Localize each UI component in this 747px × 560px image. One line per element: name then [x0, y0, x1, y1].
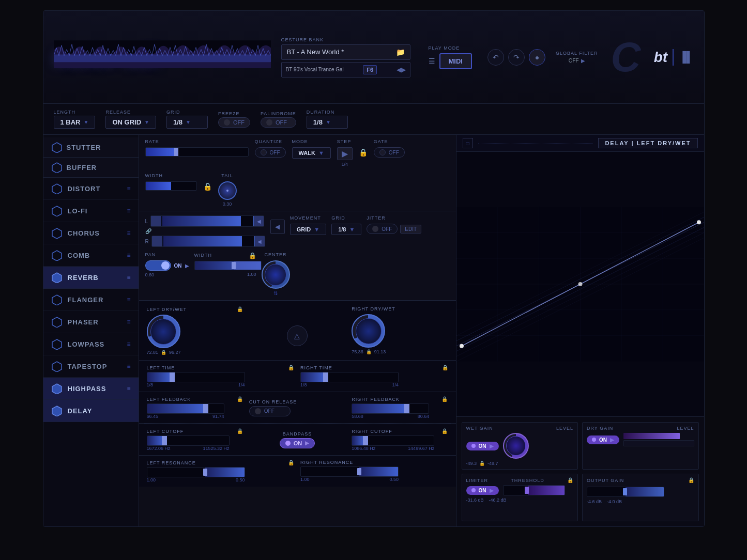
global-filter-toggle[interactable]: OFF ▶ [569, 58, 585, 64]
jitter-edit-btn[interactable]: EDIT [400, 225, 421, 234]
tail-knob[interactable] [218, 181, 237, 200]
cut-on-release-toggle[interactable]: OFF [249, 406, 291, 416]
sidebar-item-phaser[interactable]: PHASER ≡ [43, 311, 139, 333]
sidebar-item-delay[interactable]: DELAY [43, 400, 139, 422]
gate-label: Gate [374, 139, 405, 144]
sidebar-item-tapestop[interactable]: TAPESTOP ≡ [43, 355, 139, 378]
buffer-arrow-icon: ◀ [275, 223, 280, 230]
length-value[interactable]: 1 BAR ▼ [54, 116, 96, 129]
center-knob[interactable] [262, 260, 290, 289]
midi-button[interactable]: MIDI [439, 53, 472, 69]
sidebar-item-distort[interactable]: DISTORT ≡ [43, 178, 139, 200]
wet-level-knob[interactable] [503, 433, 529, 459]
wet-gain-on-btn[interactable]: ON ▶ [466, 442, 499, 450]
threshold-val2: -46.2 dB [489, 497, 507, 503]
svg-marker-2 [52, 143, 62, 153]
jitter-toggle[interactable]: OFF [367, 224, 398, 234]
step-badge[interactable]: ▶ [337, 147, 353, 160]
left-resonance-slider[interactable] [147, 467, 245, 477]
mode-value[interactable]: WALK ▼ [292, 147, 331, 159]
limiter-indicator [471, 488, 476, 492]
release-value[interactable]: ON GRID ▼ [105, 116, 156, 129]
dry-gain-on-label: ON [599, 437, 607, 443]
limiter-on-btn[interactable]: ON ▶ [466, 486, 499, 495]
step-icon: ▶ [342, 149, 348, 159]
left-cutoff-label: Left Cutoff [147, 429, 184, 434]
right-cutoff-slider[interactable] [352, 435, 434, 446]
left-resonance-group: Left Resonance 🔒 1.00 0.50 [147, 460, 295, 483]
right-time-slider[interactable] [300, 372, 399, 382]
left-drywet-knob[interactable] [147, 315, 180, 348]
quantize-toggle[interactable]: OFF [255, 147, 286, 158]
svg-marker-3 [52, 163, 62, 173]
bt-logo: bt [654, 49, 674, 66]
left-time-slider[interactable] [147, 372, 245, 382]
undo-button[interactable]: ↶ [487, 49, 504, 66]
delay-hex-icon [51, 405, 63, 416]
nav-arrows[interactable]: ◀▶ [397, 66, 406, 73]
threshold-slider[interactable] [503, 485, 565, 495]
freeze-toggle[interactable]: OFF [218, 117, 250, 128]
sidebar-item-reverb[interactable]: REVERB ≡ [43, 267, 139, 289]
duration-value[interactable]: 1/8 ▼ [307, 116, 348, 129]
right-drywet-knob[interactable] [352, 314, 385, 348]
lock-icon-stutter: 🔒 [359, 148, 368, 157]
sidebar-item-lowpass[interactable]: LOWPASS ≡ [43, 333, 139, 355]
gate-toggle[interactable]: OFF [374, 147, 405, 158]
sidebar-item-flanger[interactable]: FLANGER ≡ [43, 289, 139, 311]
folder-icon[interactable]: 📁 [396, 48, 405, 56]
threshold-val1: -31.6 dB [466, 497, 484, 503]
buffer-arrow-btn[interactable]: ◀ [270, 220, 285, 234]
quantize-value: OFF [270, 150, 280, 155]
link-drywet-btn[interactable]: △ [287, 325, 308, 346]
dry-gain-on-btn[interactable]: ON ▶ [587, 435, 619, 444]
buffer-l-slider[interactable]: ◀ [150, 215, 264, 227]
width-buffer-slider[interactable] [194, 261, 262, 270]
left-feedback-slider[interactable] [147, 403, 224, 414]
movement-value[interactable]: GRID ▼ [290, 224, 326, 235]
bandpass-toggle[interactable]: ON ▶ [280, 438, 315, 448]
grid-label: Grid [166, 110, 208, 115]
delay-header: □ DELAY | LEFT DRY/WET [456, 135, 704, 152]
threshold-thumb [525, 487, 529, 494]
dry-level-bar [623, 433, 680, 439]
settings-button[interactable]: ● [529, 49, 545, 66]
width-stutter-slider[interactable] [145, 181, 197, 191]
rate-slider[interactable] [145, 147, 249, 157]
sidebar-item-comb[interactable]: COMB ≡ [43, 244, 139, 267]
preset-key: F6 [363, 65, 377, 74]
buffer-grid-value[interactable]: 1/8 ▼ [331, 224, 361, 235]
grid-value[interactable]: 1/8 ▼ [166, 116, 208, 129]
cut-on-release-group: Cut on release OFF [249, 396, 345, 419]
right-cutoff-values: 1086.48 Hz 14499.67 Hz [352, 446, 434, 451]
left-res-thumb [203, 469, 207, 476]
bank-preset[interactable]: BT 90's Vocal Trance Gal F6 ◀▶ [281, 62, 410, 77]
pan-value: ON [174, 263, 182, 269]
sidebar-item-lofi[interactable]: LO-FI ≡ [43, 200, 139, 222]
copy-icon[interactable]: □ [463, 138, 473, 148]
pan-toggle[interactable] [145, 260, 171, 271]
left-cutoff-lock: 🔒 [237, 428, 243, 434]
buffer-r-slider[interactable]: ◀ [151, 236, 265, 247]
link-button-center: △ [249, 306, 345, 355]
right-resonance-values: 1.00 0.50 [300, 477, 399, 482]
duration-text: 1/8 [313, 118, 323, 126]
palindrome-toggle[interactable]: OFF [261, 117, 296, 128]
right-resonance-slider[interactable] [300, 466, 399, 477]
width-buffer-container: Width 🔒 1.00 [194, 252, 256, 277]
output-gain-slider[interactable] [587, 487, 664, 497]
chorus-hex-icon [51, 227, 63, 239]
left-cutoff-group: Left Cutoff 🔒 1672.06 Hz 11525.32 Hz [147, 428, 243, 451]
redo-button[interactable]: ↷ [508, 49, 525, 66]
wet-gain-panel: Wet Gain Level ON ▶ [462, 422, 578, 470]
right-feedback-slider[interactable] [352, 403, 429, 414]
quantize-container: Quantize OFF [255, 139, 286, 158]
bank-name-display[interactable]: BT - A New World * 📁 [281, 44, 410, 60]
sidebar-item-chorus[interactable]: CHORUS ≡ [43, 222, 139, 244]
left-cutoff-slider[interactable] [147, 435, 230, 446]
movement-arrow: ▼ [314, 226, 319, 232]
lowpass-hex-icon [51, 338, 63, 350]
step-label: Step [337, 139, 353, 144]
cutoff-controls: Left Cutoff 🔒 1672.06 Hz 11525.32 Hz [139, 424, 456, 456]
sidebar-item-highpass[interactable]: HIGHPASS ≡ [43, 378, 139, 400]
